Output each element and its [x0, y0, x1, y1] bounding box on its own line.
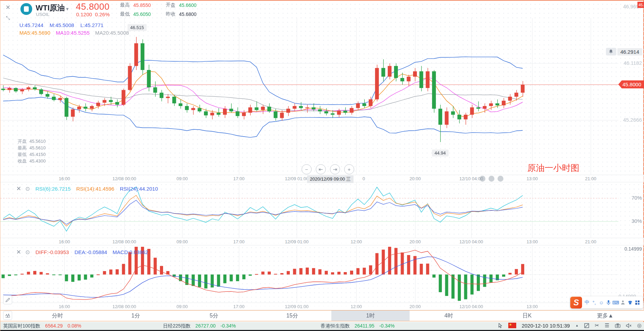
rsi-panel-header: ✕ ⊙ RSI(6):26.7215RSI(14):41.4596RSI(24)…	[16, 184, 158, 193]
zoom-in-button[interactable]: +	[344, 164, 354, 174]
trading-app-window: ✕ ⤡ WTI原油▾ USOIL 45.8000 0.1200 0.26% 最高…	[0, 0, 644, 331]
stat-昨收: 昨收45.6800	[166, 10, 197, 19]
time-crosshair-tooltip: 2020/12/09 09:00 三	[307, 175, 354, 183]
hover-ohlc-box: 开盘45.5610最高45.5610最低45.4150收盘45.4300	[18, 138, 46, 164]
collapse-icon[interactable]: ⤡	[4, 14, 12, 22]
ime-grid-icon[interactable]	[634, 300, 641, 305]
hover-row: 开盘45.5610	[18, 138, 46, 145]
tab-5分[interactable]: 5分	[175, 311, 253, 321]
ime-person-icon[interactable]	[619, 300, 627, 305]
tab-分时[interactable]: 分时	[18, 311, 97, 321]
rsi-readout: RSI(6):26.7215	[35, 186, 71, 192]
trough-price-label: 44.94	[432, 150, 448, 156]
axis-label-low: 45.2666	[623, 117, 642, 123]
rsi-level-70: 70%	[632, 195, 642, 201]
loading-dot	[498, 176, 503, 182]
tab-15分[interactable]: 15分	[253, 311, 331, 321]
main-chart-canvas[interactable]	[0, 18, 644, 175]
ohlc-stats-col1: 最高45.8550最低45.6050	[120, 1, 151, 19]
time-tick: 20:00	[410, 239, 421, 244]
hover-row: 最高45.5610	[18, 145, 46, 151]
rsi-readout: RSI(14):41.4596	[76, 186, 114, 192]
last-price: 45.8000	[76, 1, 109, 12]
status-bar-right: ★ 2020-12-10 10:51:39 ▲ ✂ ☰ ◎	[498, 322, 642, 329]
ime-punct-icon[interactable]: °,	[591, 300, 598, 305]
settings-target-icon[interactable]: ◎	[637, 322, 642, 329]
macd-time-axis: 16:0012/08 00:0009:0017:0012/09 01:0012:…	[0, 303, 644, 310]
time-tick: 09:00	[177, 176, 188, 181]
index-quote: 日经225指数26727.00-0.34%	[163, 323, 236, 329]
hover-row: 收盘45.4300	[18, 158, 46, 164]
time-tick: 12:00	[351, 304, 362, 309]
time-tick: 12/09 01:00	[285, 176, 309, 181]
draw-panel-icon[interactable]	[584, 323, 589, 328]
bell-icon[interactable]	[606, 48, 616, 55]
tab-日K[interactable]: 日K	[488, 311, 566, 321]
gear-icon[interactable]: ⊙	[25, 185, 30, 192]
gear-icon[interactable]: ⊙	[25, 249, 30, 255]
time-tick: 20:00	[410, 176, 421, 181]
ime-emoji-icon[interactable]: ☺	[598, 300, 605, 305]
axis-label-mid: 46.1182	[624, 60, 642, 66]
time-axis-partial-label: 0	[363, 176, 365, 181]
close-icon[interactable]: ✕	[16, 248, 22, 256]
time-tick: 12/08 00:00	[113, 239, 136, 244]
time-tick: 13:00	[527, 304, 538, 309]
macd-readout: DIFF:-0.03953	[35, 249, 69, 255]
macd-readout: MACD:0.03862	[113, 249, 148, 255]
tab-4时[interactable]: 4时	[410, 311, 488, 321]
camera-icon[interactable]	[615, 323, 620, 328]
chevron-down-icon[interactable]: ▾	[66, 6, 69, 11]
close-icon[interactable]: ✕	[4, 3, 12, 11]
price-alert-tag[interactable]: 46.2914	[606, 48, 642, 55]
draw-pencil-icon[interactable]	[3, 295, 12, 304]
chart-zoom-controls: − ⇤ ⇥ +	[302, 164, 354, 174]
status-datetime: 2020-12-10 10:51:39	[522, 323, 570, 329]
ime-keyboard-icon[interactable]: ⌨	[612, 300, 619, 305]
time-tick: 21:00	[585, 239, 597, 244]
ime-skin-icon[interactable]	[627, 300, 634, 305]
time-tick: 12/09 01:00	[285, 304, 309, 309]
time-tick: 12/10 04:00	[459, 176, 483, 181]
skip-start-button[interactable]: ⇤	[316, 164, 326, 174]
current-price-tag: 45.8000	[618, 80, 644, 88]
mute-speaker-icon[interactable]	[626, 323, 632, 328]
time-tick: 16:00	[59, 239, 70, 244]
stat-最高: 最高45.8550	[120, 1, 151, 10]
tab-更多▲[interactable]: 更多▲	[566, 311, 644, 321]
stat-最低: 最低45.6050	[120, 10, 151, 19]
tab-1分[interactable]: 1分	[97, 311, 175, 321]
list-icon[interactable]: ☰	[605, 322, 609, 329]
time-tick: 12/08 00:00	[113, 304, 136, 309]
ime-lang-icon[interactable]: 中	[583, 299, 591, 306]
macd-axis-top: 0.14999	[624, 246, 642, 252]
sogou-logo-icon[interactable]: S	[570, 297, 582, 308]
time-tick: 09:00	[177, 239, 188, 244]
time-tick: 12:00	[351, 239, 362, 244]
zoom-out-button[interactable]: −	[302, 164, 312, 174]
ohlc-stats-col2: 开盘45.6600昨收45.6800	[166, 1, 197, 19]
time-tick: 17:00	[233, 176, 245, 181]
time-tick: 12/10 04:00	[459, 239, 483, 244]
hover-row: 最低45.4150	[18, 151, 46, 158]
ime-mic-icon[interactable]	[605, 300, 612, 305]
symbol-code: USOIL	[36, 12, 50, 17]
symbol-logo	[20, 3, 32, 15]
index-quote: 香港恒生指数26411.95-0.34%	[321, 323, 395, 329]
time-tick: 21:00	[585, 176, 597, 181]
loading-dot	[489, 176, 494, 182]
close-icon[interactable]: ✕	[16, 184, 22, 193]
time-tick: 20:00	[410, 304, 421, 309]
time-tick: 12/09 01:00	[285, 239, 309, 244]
cursor-icon	[498, 323, 503, 328]
triangle-up-icon[interactable]: ▲	[575, 324, 579, 327]
tab-1时[interactable]: 1时	[331, 311, 410, 321]
indicator-wave-icon[interactable]	[3, 311, 12, 320]
skip-end-button[interactable]: ⇥	[330, 164, 340, 174]
ma-readout: MA5:45.5690MA10:45.5255MA20:45.5008	[19, 30, 134, 36]
index-quote: 英国富时100指数6564.290.08%	[3, 323, 81, 329]
peak-price-label: 46.515	[128, 24, 146, 31]
time-tick: 12/10 04:00	[459, 304, 483, 309]
tools-icon[interactable]: ✂	[595, 322, 599, 329]
boll-readout: U:45.7244M:45.5008L:45.2771	[19, 22, 110, 28]
